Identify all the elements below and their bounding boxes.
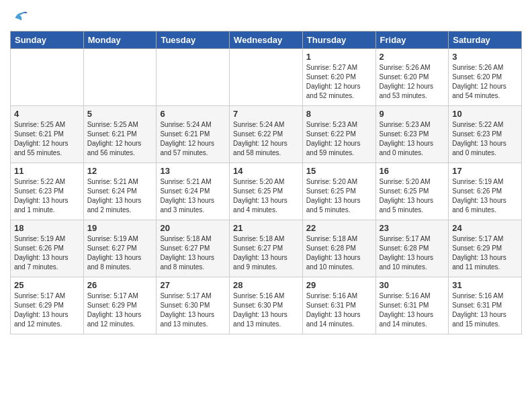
week-row-4: 18Sunrise: 5:19 AM Sunset: 6:26 PM Dayli… — [11, 220, 522, 277]
calendar-cell: 1Sunrise: 5:27 AM Sunset: 6:20 PM Daylig… — [302, 49, 375, 106]
calendar-cell: 26Sunrise: 5:17 AM Sunset: 6:29 PM Dayli… — [83, 277, 157, 334]
calendar-cell: 2Sunrise: 5:26 AM Sunset: 6:20 PM Daylig… — [375, 49, 449, 106]
day-info: Sunrise: 5:19 AM Sunset: 6:27 PM Dayligh… — [87, 234, 153, 272]
day-info: Sunrise: 5:26 AM Sunset: 6:20 PM Dayligh… — [452, 63, 518, 101]
day-info: Sunrise: 5:21 AM Sunset: 6:24 PM Dayligh… — [160, 177, 226, 215]
day-info: Sunrise: 5:17 AM Sunset: 6:29 PM Dayligh… — [452, 234, 518, 272]
day-number: 9 — [380, 109, 445, 119]
day-number: 18 — [14, 223, 80, 233]
page-container: SundayMondayTuesdayWednesdayThursdayFrid… — [0, 0, 532, 345]
calendar-cell: 8Sunrise: 5:23 AM Sunset: 6:22 PM Daylig… — [302, 106, 375, 163]
day-number: 10 — [452, 109, 518, 119]
day-number: 17 — [452, 166, 518, 176]
day-info: Sunrise: 5:17 AM Sunset: 6:29 PM Dayligh… — [87, 291, 153, 329]
calendar-cell: 28Sunrise: 5:16 AM Sunset: 6:30 PM Dayli… — [230, 277, 303, 334]
day-number: 28 — [233, 280, 299, 290]
day-number: 25 — [14, 280, 80, 290]
day-info: Sunrise: 5:20 AM Sunset: 6:25 PM Dayligh… — [380, 177, 445, 215]
calendar-cell: 29Sunrise: 5:16 AM Sunset: 6:31 PM Dayli… — [302, 277, 375, 334]
calendar-cell: 14Sunrise: 5:20 AM Sunset: 6:25 PM Dayli… — [230, 163, 303, 220]
day-info: Sunrise: 5:20 AM Sunset: 6:25 PM Dayligh… — [233, 177, 299, 215]
day-info: Sunrise: 5:17 AM Sunset: 6:29 PM Dayligh… — [14, 291, 80, 329]
day-number: 2 — [380, 52, 445, 62]
week-row-2: 4Sunrise: 5:25 AM Sunset: 6:21 PM Daylig… — [11, 106, 522, 163]
day-info: Sunrise: 5:19 AM Sunset: 6:26 PM Dayligh… — [14, 234, 80, 272]
calendar-cell: 25Sunrise: 5:17 AM Sunset: 6:29 PM Dayli… — [11, 277, 84, 334]
calendar-cell: 22Sunrise: 5:18 AM Sunset: 6:28 PM Dayli… — [302, 220, 375, 277]
day-number: 8 — [306, 109, 372, 119]
calendar-cell: 11Sunrise: 5:22 AM Sunset: 6:23 PM Dayli… — [11, 163, 84, 220]
day-number: 24 — [452, 223, 518, 233]
logo-icon — [10, 7, 29, 26]
calendar-cell: 15Sunrise: 5:20 AM Sunset: 6:25 PM Dayli… — [302, 163, 375, 220]
calendar-header-row: SundayMondayTuesdayWednesdayThursdayFrid… — [11, 32, 522, 49]
calendar-cell: 27Sunrise: 5:17 AM Sunset: 6:30 PM Dayli… — [157, 277, 230, 334]
day-number: 14 — [233, 166, 299, 176]
calendar-cell: 20Sunrise: 5:18 AM Sunset: 6:27 PM Dayli… — [157, 220, 230, 277]
week-row-1: 1Sunrise: 5:27 AM Sunset: 6:20 PM Daylig… — [11, 49, 522, 106]
calendar-cell: 18Sunrise: 5:19 AM Sunset: 6:26 PM Dayli… — [11, 220, 84, 277]
day-info: Sunrise: 5:27 AM Sunset: 6:20 PM Dayligh… — [306, 63, 372, 101]
day-info: Sunrise: 5:25 AM Sunset: 6:21 PM Dayligh… — [87, 120, 153, 158]
day-info: Sunrise: 5:20 AM Sunset: 6:25 PM Dayligh… — [306, 177, 372, 215]
day-number: 13 — [160, 166, 226, 176]
day-number: 30 — [380, 280, 445, 290]
calendar-cell: 24Sunrise: 5:17 AM Sunset: 6:29 PM Dayli… — [449, 220, 522, 277]
calendar-cell: 4Sunrise: 5:25 AM Sunset: 6:21 PM Daylig… — [11, 106, 84, 163]
day-info: Sunrise: 5:21 AM Sunset: 6:24 PM Dayligh… — [87, 177, 153, 215]
day-number: 19 — [87, 223, 153, 233]
day-number: 23 — [380, 223, 445, 233]
day-info: Sunrise: 5:24 AM Sunset: 6:22 PM Dayligh… — [233, 120, 299, 158]
day-number: 29 — [306, 280, 372, 290]
calendar-cell: 17Sunrise: 5:19 AM Sunset: 6:26 PM Dayli… — [449, 163, 522, 220]
day-number: 16 — [380, 166, 445, 176]
day-number: 4 — [14, 109, 80, 119]
calendar-cell: 7Sunrise: 5:24 AM Sunset: 6:22 PM Daylig… — [230, 106, 303, 163]
column-header-monday: Monday — [83, 32, 157, 49]
day-number: 7 — [233, 109, 299, 119]
calendar-cell — [11, 49, 84, 106]
day-info: Sunrise: 5:24 AM Sunset: 6:21 PM Dayligh… — [160, 120, 226, 158]
calendar-cell — [230, 49, 303, 106]
column-header-tuesday: Tuesday — [157, 32, 230, 49]
week-row-5: 25Sunrise: 5:17 AM Sunset: 6:29 PM Dayli… — [11, 277, 522, 334]
day-info: Sunrise: 5:18 AM Sunset: 6:27 PM Dayligh… — [160, 234, 226, 272]
day-info: Sunrise: 5:18 AM Sunset: 6:28 PM Dayligh… — [306, 234, 372, 272]
day-info: Sunrise: 5:16 AM Sunset: 6:30 PM Dayligh… — [233, 291, 299, 329]
day-number: 21 — [233, 223, 299, 233]
day-number: 3 — [452, 52, 518, 62]
day-info: Sunrise: 5:16 AM Sunset: 6:31 PM Dayligh… — [306, 291, 372, 329]
calendar-cell: 16Sunrise: 5:20 AM Sunset: 6:25 PM Dayli… — [375, 163, 449, 220]
day-number: 20 — [160, 223, 226, 233]
calendar-cell — [83, 49, 157, 106]
calendar-cell: 12Sunrise: 5:21 AM Sunset: 6:24 PM Dayli… — [83, 163, 157, 220]
day-number: 15 — [306, 166, 372, 176]
calendar-cell: 9Sunrise: 5:23 AM Sunset: 6:23 PM Daylig… — [375, 106, 449, 163]
calendar-cell: 5Sunrise: 5:25 AM Sunset: 6:21 PM Daylig… — [83, 106, 157, 163]
day-number: 5 — [87, 109, 153, 119]
calendar-cell: 13Sunrise: 5:21 AM Sunset: 6:24 PM Dayli… — [157, 163, 230, 220]
day-info: Sunrise: 5:23 AM Sunset: 6:23 PM Dayligh… — [380, 120, 445, 158]
calendar-cell: 19Sunrise: 5:19 AM Sunset: 6:27 PM Dayli… — [83, 220, 157, 277]
day-info: Sunrise: 5:23 AM Sunset: 6:22 PM Dayligh… — [306, 120, 372, 158]
day-number: 31 — [452, 280, 518, 290]
day-number: 27 — [160, 280, 226, 290]
day-number: 26 — [87, 280, 153, 290]
calendar-cell — [157, 49, 230, 106]
day-number: 22 — [306, 223, 372, 233]
day-info: Sunrise: 5:26 AM Sunset: 6:20 PM Dayligh… — [380, 63, 445, 101]
calendar-cell: 10Sunrise: 5:22 AM Sunset: 6:23 PM Dayli… — [449, 106, 522, 163]
calendar-cell: 31Sunrise: 5:16 AM Sunset: 6:31 PM Dayli… — [449, 277, 522, 334]
day-number: 12 — [87, 166, 153, 176]
calendar-cell: 30Sunrise: 5:16 AM Sunset: 6:31 PM Dayli… — [375, 277, 449, 334]
column-header-thursday: Thursday — [302, 32, 375, 49]
column-header-saturday: Saturday — [449, 32, 522, 49]
calendar-cell: 6Sunrise: 5:24 AM Sunset: 6:21 PM Daylig… — [157, 106, 230, 163]
day-info: Sunrise: 5:16 AM Sunset: 6:31 PM Dayligh… — [452, 291, 518, 329]
calendar-table: SundayMondayTuesdayWednesdayThursdayFrid… — [10, 31, 522, 334]
day-info: Sunrise: 5:17 AM Sunset: 6:30 PM Dayligh… — [160, 291, 226, 329]
day-number: 6 — [160, 109, 226, 119]
day-info: Sunrise: 5:22 AM Sunset: 6:23 PM Dayligh… — [452, 120, 518, 158]
day-info: Sunrise: 5:22 AM Sunset: 6:23 PM Dayligh… — [14, 177, 80, 215]
week-row-3: 11Sunrise: 5:22 AM Sunset: 6:23 PM Dayli… — [11, 163, 522, 220]
